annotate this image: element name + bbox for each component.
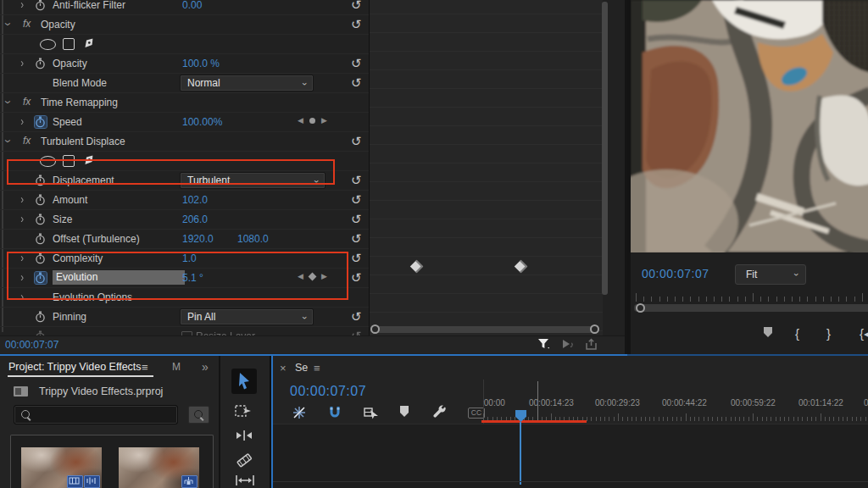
rect-mask-icon[interactable] [63, 155, 75, 167]
zoom-level-select[interactable]: Fit › [735, 264, 806, 285]
mark-out-icon[interactable]: } [826, 326, 831, 341]
blend-mode-dropdown[interactable]: Normal› [180, 75, 314, 92]
ellipse-mask-icon[interactable] [40, 39, 56, 50]
captions-icon[interactable]: CC [468, 408, 485, 419]
reset-icon[interactable]: ↺ [351, 0, 362, 13]
search-input[interactable] [14, 405, 178, 424]
chevron-down-icon[interactable]: › [2, 23, 16, 26]
stopwatch-icon[interactable] [35, 194, 47, 206]
pen-mask-icon[interactable] [81, 152, 97, 169]
param-value[interactable]: 100.0 % [182, 58, 220, 69]
param-value[interactable]: 100.00% [182, 116, 222, 128]
previous-keyframe-icon[interactable]: ◀ [298, 116, 303, 125]
pen-mask-icon[interactable] [81, 35, 97, 52]
keyframe-diamond[interactable] [515, 260, 528, 274]
chevron-right-icon[interactable]: › [20, 0, 24, 12]
stopwatch-icon[interactable] [35, 252, 47, 264]
ellipse-mask-icon[interactable] [40, 156, 56, 167]
param-value[interactable]: 0.00 [182, 0, 202, 11]
tab-media-browser-truncated[interactable]: M [172, 361, 181, 373]
stopwatch-icon[interactable] [35, 272, 47, 284]
ripple-edit-tool[interactable] [235, 428, 255, 448]
reset-icon[interactable]: ↺ [351, 173, 362, 188]
stopwatch-icon[interactable] [35, 0, 47, 11]
previous-keyframe-icon[interactable]: ◀ [298, 272, 303, 280]
play-around-icon[interactable]: ♪ [561, 338, 576, 352]
mark-in-icon[interactable]: { [795, 326, 799, 341]
rect-mask-icon[interactable] [63, 38, 75, 50]
stopwatch-icon[interactable] [35, 116, 47, 128]
timeline-tracks[interactable] [273, 424, 868, 488]
reset-icon[interactable]: ↺ [351, 75, 362, 91]
scrollbar-left-knob[interactable] [370, 324, 380, 334]
panel-menu-icon[interactable]: ≡ [314, 362, 320, 374]
param-value[interactable]: 5.1 ° [182, 272, 203, 284]
panel-menu-icon[interactable]: ≡ [142, 361, 148, 374]
next-keyframe-icon[interactable]: ▶ [321, 272, 327, 280]
stopwatch-icon[interactable] [35, 311, 47, 323]
add-marker-icon[interactable] [398, 405, 415, 420]
razor-tool[interactable] [235, 452, 255, 472]
param-value[interactable]: 206.0 [182, 214, 208, 225]
timeline-timecode[interactable]: 00:00:07:07 [290, 384, 366, 399]
next-keyframe-icon[interactable]: ▶ [321, 116, 327, 125]
timeline-ruler[interactable]: :00:0000:00:14:2300:00:29:2300:00:44:220… [483, 380, 868, 424]
reset-icon[interactable]: ↺ [351, 270, 362, 286]
reset-icon[interactable]: ↺ [351, 56, 362, 71]
chevron-down-icon[interactable]: › [2, 101, 16, 104]
project-file-name[interactable]: Trippy Video Effects.prproj [39, 385, 163, 397]
export-frame-icon[interactable] [585, 338, 600, 352]
go-to-in-icon[interactable]: {◀ [860, 326, 868, 341]
chevron-right-icon[interactable]: › [20, 212, 24, 226]
reset-icon[interactable]: ↺ [351, 231, 362, 247]
add-keyframe-icon[interactable] [309, 118, 315, 124]
stopwatch-icon[interactable] [35, 175, 47, 186]
program-timecode[interactable]: 00:00:07:07 [642, 267, 709, 280]
effect-timecode[interactable]: 00:00:07:07 [5, 339, 58, 351]
snap-icon[interactable] [327, 405, 344, 420]
clip-thumbnail[interactable] [21, 447, 102, 488]
chevron-right-icon[interactable]: › [20, 56, 24, 70]
param-value-2[interactable]: 1080.0 [237, 233, 269, 245]
keyframe-diamond[interactable] [410, 260, 424, 274]
clip-thumbnail[interactable] [119, 447, 199, 488]
param-value[interactable]: 1.0 [182, 252, 197, 264]
search-bin-button[interactable] [188, 406, 209, 424]
reset-icon[interactable]: ↺ [351, 309, 362, 324]
effect-vertical-scrollbar[interactable] [602, 2, 608, 295]
param-value[interactable]: 1920.0 [182, 233, 214, 245]
stopwatch-icon[interactable] [35, 233, 47, 245]
selection-tool[interactable] [231, 369, 257, 394]
program-video-frame[interactable] [631, 0, 868, 252]
tab-overflow-icon[interactable]: » [202, 360, 209, 374]
reset-icon[interactable]: ↺ [351, 212, 362, 227]
stopwatch-icon[interactable] [35, 214, 47, 225]
chevron-right-icon[interactable]: › [20, 114, 24, 129]
chevron-down-icon[interactable]: › [2, 140, 16, 143]
scrollbar-right-knob[interactable] [590, 324, 599, 334]
filter-icon[interactable] [537, 338, 553, 352]
chevron-right-icon[interactable]: › [20, 192, 24, 207]
effect-horizontal-scrollbar[interactable] [370, 324, 599, 334]
add-keyframe-icon[interactable] [308, 272, 316, 280]
reset-icon[interactable]: ↺ [351, 251, 362, 266]
reset-icon[interactable]: ↺ [351, 329, 362, 336]
tab-project[interactable]: Project: Trippy Video Effects [8, 361, 142, 373]
close-icon[interactable]: × [280, 362, 287, 374]
timeline-settings-icon[interactable] [432, 405, 449, 420]
scrollbar-left-knob[interactable] [636, 303, 645, 313]
chevron-right-icon[interactable]: › [20, 270, 24, 285]
reset-icon[interactable]: ↺ [351, 134, 362, 149]
program-scrollbar[interactable] [634, 304, 868, 312]
chevron-right-icon[interactable]: › [20, 251, 24, 265]
keyframe-lane-area[interactable] [369, 0, 603, 336]
stopwatch-icon[interactable] [35, 58, 47, 69]
slip-tool[interactable] [235, 474, 255, 488]
displacement-dropdown[interactable]: Turbulent› [180, 172, 326, 189]
param-value[interactable]: 102.0 [182, 194, 208, 206]
nest-icon[interactable] [292, 405, 309, 420]
program-mini-ruler[interactable] [634, 290, 868, 303]
linked-selection-icon[interactable] [363, 405, 380, 420]
track-select-forward-tool[interactable] [235, 402, 255, 423]
reset-icon[interactable]: ↺ [351, 17, 362, 32]
